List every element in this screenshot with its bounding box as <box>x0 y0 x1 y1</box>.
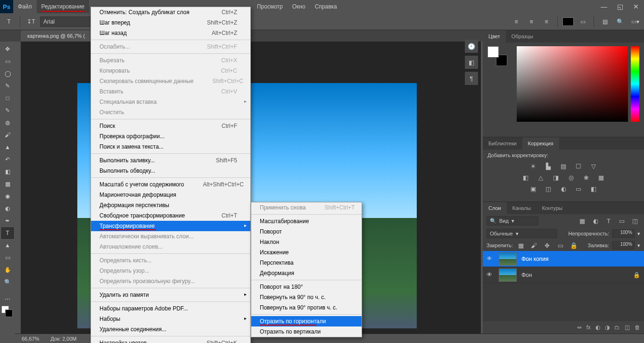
delete-layer-icon[interactable]: 🗑 <box>635 324 640 331</box>
edit-menu-item[interactable]: Настройка цветов...Shift+Ctrl+K <box>91 338 250 343</box>
menu-window[interactable]: Окно <box>288 0 310 13</box>
zoom-tool[interactable]: 🔍 <box>1 276 14 288</box>
history-brush-tool[interactable]: ↶ <box>1 154 14 165</box>
lock-position-icon[interactable]: ✥ <box>542 241 553 250</box>
transform-menu-item[interactable]: Поворот на 180° <box>251 282 362 292</box>
document-tab[interactable]: картинка.png @ 66,7% ( <box>21 30 91 42</box>
lasso-tool[interactable]: ◯ <box>1 68 14 79</box>
transform-menu-item[interactable]: Повернуть на 90° по ч. с. <box>251 292 362 302</box>
layer-item[interactable]: 👁 Фон 🔒 <box>483 267 644 283</box>
blur-tool[interactable]: ◉ <box>1 191 14 202</box>
transform-menu-item[interactable]: Отразить по вертикали <box>251 326 362 337</box>
curves-icon[interactable]: ▨ <box>558 162 569 170</box>
color-balance-icon[interactable]: △ <box>536 173 546 182</box>
marquee-tool[interactable]: ▭ <box>1 56 14 67</box>
edit-toolbar[interactable]: ⋯ <box>1 293 14 305</box>
layer-item[interactable]: 👁 Фон копия <box>483 251 644 267</box>
edit-menu-item[interactable]: Отменить: Создать дубликат слояCtrl+Z <box>91 7 250 17</box>
channel-mixer-icon[interactable]: ❀ <box>581 173 591 182</box>
gradient-tool[interactable]: ▦ <box>1 178 14 190</box>
clone-stamp-tool[interactable]: ▲ <box>1 142 14 153</box>
edit-menu-item[interactable]: Шаг впередShift+Ctrl+Z <box>91 17 250 28</box>
filter-adjust-icon[interactable]: ◐ <box>590 217 601 225</box>
edit-menu-item[interactable]: ПоискCtrl+F <box>91 121 250 131</box>
posterize-icon[interactable]: ◫ <box>543 184 553 193</box>
type-tool[interactable]: T <box>1 227 14 239</box>
path-select-tool[interactable]: ▲ <box>1 240 14 251</box>
edit-menu-item[interactable]: Удаленные соединения... <box>91 324 250 335</box>
color-lookup-icon[interactable]: ▦ <box>596 173 606 182</box>
swatches-tab[interactable]: Образцы <box>506 30 539 42</box>
blend-mode-select[interactable]: Обычные ▾ <box>487 229 557 238</box>
hue-icon[interactable]: ◧ <box>520 173 531 182</box>
text-color-swatch[interactable] <box>562 17 574 26</box>
lock-transparent-icon[interactable]: ▦ <box>516 241 526 250</box>
transform-menu-item[interactable]: Повернуть на 90° против ч. с. <box>251 302 362 313</box>
zoom-level[interactable]: 66,67% <box>22 336 39 342</box>
rectangle-tool[interactable]: ▭ <box>1 252 14 263</box>
fg-swatch[interactable] <box>487 46 499 58</box>
move-tool[interactable]: ✥ <box>1 43 14 55</box>
channels-tab[interactable]: Каналы <box>507 202 537 214</box>
minimize-button[interactable]: — <box>596 0 612 13</box>
dodge-tool[interactable]: ◐ <box>1 203 14 214</box>
menu-file[interactable]: Файл <box>13 0 37 13</box>
menu-view[interactable]: Просмотр <box>252 0 288 13</box>
character-panel-icon[interactable]: ¶ <box>465 72 478 85</box>
crop-tool[interactable]: □ <box>1 92 14 104</box>
edit-menu-item[interactable]: Выполнить обводку... <box>91 166 250 176</box>
text-orientation-icon[interactable]: ↧T <box>25 16 37 28</box>
edit-menu-item[interactable]: Выполнить заливку...Shift+F5 <box>91 155 250 166</box>
eraser-tool[interactable]: ◧ <box>1 166 14 177</box>
visibility-icon[interactable]: 👁 <box>487 255 494 263</box>
font-family-select[interactable]: Arial <box>40 17 97 27</box>
edit-menu-item[interactable]: Трансформирование <box>91 221 250 231</box>
filter-type-icon[interactable]: T <box>603 217 614 225</box>
libraries-tab[interactable]: Библиотеки <box>483 137 522 150</box>
healing-brush-tool[interactable]: ◍ <box>1 117 14 128</box>
layer-style-icon[interactable]: fx <box>586 324 591 331</box>
new-group-icon[interactable]: 🗀 <box>614 324 620 331</box>
invert-icon[interactable]: ▣ <box>528 184 538 193</box>
edit-menu-item[interactable]: Наборы <box>91 314 250 324</box>
character-panel-icon[interactable]: ▤ <box>599 16 611 28</box>
bw-icon[interactable]: ◨ <box>551 173 561 182</box>
vibrance-icon[interactable]: ▽ <box>588 162 599 170</box>
edit-menu-item[interactable]: Проверка орфографии... <box>91 131 250 142</box>
warp-text-icon[interactable]: ▭ <box>577 16 589 28</box>
color-field[interactable] <box>517 46 628 122</box>
filter-pixel-icon[interactable]: ▦ <box>577 217 587 225</box>
menu-help[interactable]: Справка <box>310 0 342 13</box>
background-color[interactable] <box>5 310 13 317</box>
brightness-icon[interactable]: ☀ <box>528 162 538 170</box>
transform-menu-item[interactable]: Деформация <box>251 268 362 278</box>
layer-mask-icon[interactable]: ◐ <box>595 324 600 331</box>
history-panel-icon[interactable]: 🕘 <box>465 40 478 53</box>
lock-artboard-icon[interactable]: ▭ <box>555 241 566 250</box>
align-right-icon[interactable]: ≡ <box>540 16 553 28</box>
hue-strip[interactable] <box>631 46 639 122</box>
transform-menu-item[interactable]: Наклон <box>251 237 362 247</box>
edit-menu-item[interactable]: Марионеточная деформация <box>91 190 250 200</box>
selective-color-icon[interactable]: ◧ <box>588 184 599 193</box>
close-button[interactable]: ✕ <box>628 0 644 13</box>
transform-menu-item[interactable]: Отразить по горизонтали <box>251 316 362 326</box>
restore-button[interactable]: ◱ <box>612 0 628 13</box>
edit-menu-item[interactable]: Удалить из памяти <box>91 290 250 300</box>
menu-edit[interactable]: Редактирование <box>37 0 89 13</box>
new-adjustment-icon[interactable]: ◑ <box>605 324 610 331</box>
color-tab[interactable]: Цвет <box>483 30 506 42</box>
gradient-map-icon[interactable]: ▭ <box>573 184 584 193</box>
edit-menu-item[interactable]: Масштаб с учетом содержимогоAlt+Shift+Ct… <box>91 179 250 190</box>
transform-menu-item[interactable]: Искажение <box>251 247 362 258</box>
visibility-icon[interactable]: 👁 <box>487 271 494 279</box>
pen-tool[interactable]: ✒ <box>1 215 14 226</box>
eyedropper-tool[interactable]: ✎ <box>1 105 14 116</box>
layer-filter-select[interactable]: 🔍 Вид ▾ <box>487 216 538 226</box>
new-layer-icon[interactable]: ◫ <box>625 324 630 331</box>
threshold-icon[interactable]: ◐ <box>558 184 569 193</box>
link-layers-icon[interactable]: ⇔ <box>577 324 582 331</box>
levels-icon[interactable]: ▙ <box>543 162 553 170</box>
brush-tool[interactable]: 🖌 <box>1 129 14 141</box>
edit-menu-item[interactable]: Свободное трансформированиеCtrl+T <box>91 210 250 221</box>
